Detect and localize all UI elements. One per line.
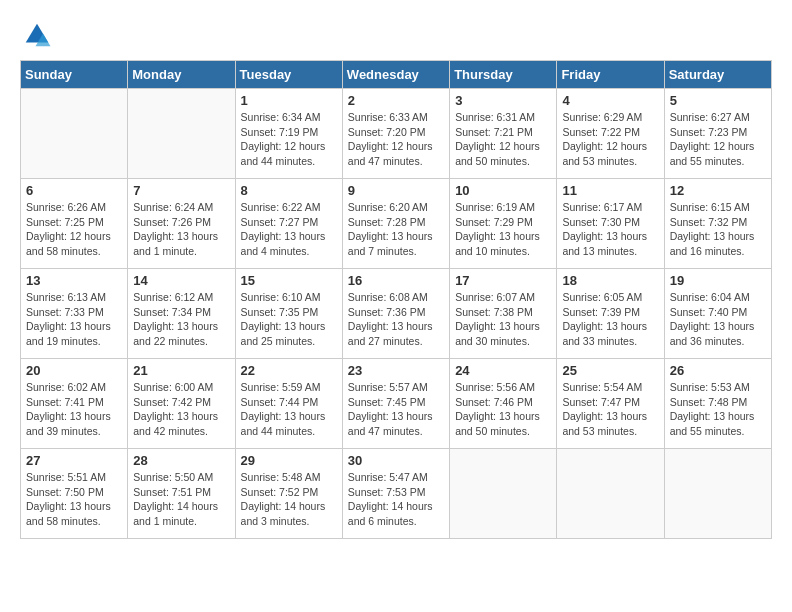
calendar-cell: 26Sunrise: 5:53 AM Sunset: 7:48 PM Dayli… [664,359,771,449]
calendar-week-row: 13Sunrise: 6:13 AM Sunset: 7:33 PM Dayli… [21,269,772,359]
calendar-cell [664,449,771,539]
day-number: 7 [133,183,229,198]
day-info: Sunrise: 6:34 AM Sunset: 7:19 PM Dayligh… [241,110,337,169]
weekday-header-cell: Wednesday [342,61,449,89]
day-number: 14 [133,273,229,288]
calendar-cell: 29Sunrise: 5:48 AM Sunset: 7:52 PM Dayli… [235,449,342,539]
calendar-cell: 10Sunrise: 6:19 AM Sunset: 7:29 PM Dayli… [450,179,557,269]
day-number: 28 [133,453,229,468]
calendar-cell: 25Sunrise: 5:54 AM Sunset: 7:47 PM Dayli… [557,359,664,449]
day-info: Sunrise: 6:26 AM Sunset: 7:25 PM Dayligh… [26,200,122,259]
day-number: 27 [26,453,122,468]
logo-icon [22,20,52,50]
day-number: 21 [133,363,229,378]
calendar-cell [128,89,235,179]
day-info: Sunrise: 5:54 AM Sunset: 7:47 PM Dayligh… [562,380,658,439]
day-number: 19 [670,273,766,288]
calendar-cell: 23Sunrise: 5:57 AM Sunset: 7:45 PM Dayli… [342,359,449,449]
day-info: Sunrise: 5:48 AM Sunset: 7:52 PM Dayligh… [241,470,337,529]
day-info: Sunrise: 6:24 AM Sunset: 7:26 PM Dayligh… [133,200,229,259]
day-info: Sunrise: 6:20 AM Sunset: 7:28 PM Dayligh… [348,200,444,259]
weekday-header-cell: Saturday [664,61,771,89]
calendar-cell: 5Sunrise: 6:27 AM Sunset: 7:23 PM Daylig… [664,89,771,179]
calendar-cell [450,449,557,539]
day-info: Sunrise: 5:47 AM Sunset: 7:53 PM Dayligh… [348,470,444,529]
calendar-cell: 18Sunrise: 6:05 AM Sunset: 7:39 PM Dayli… [557,269,664,359]
calendar-cell: 13Sunrise: 6:13 AM Sunset: 7:33 PM Dayli… [21,269,128,359]
calendar-cell: 27Sunrise: 5:51 AM Sunset: 7:50 PM Dayli… [21,449,128,539]
day-number: 26 [670,363,766,378]
day-number: 23 [348,363,444,378]
day-info: Sunrise: 6:08 AM Sunset: 7:36 PM Dayligh… [348,290,444,349]
day-info: Sunrise: 6:22 AM Sunset: 7:27 PM Dayligh… [241,200,337,259]
calendar-cell: 24Sunrise: 5:56 AM Sunset: 7:46 PM Dayli… [450,359,557,449]
calendar-cell: 9Sunrise: 6:20 AM Sunset: 7:28 PM Daylig… [342,179,449,269]
calendar-cell: 8Sunrise: 6:22 AM Sunset: 7:27 PM Daylig… [235,179,342,269]
weekday-header-cell: Tuesday [235,61,342,89]
day-number: 17 [455,273,551,288]
day-number: 3 [455,93,551,108]
calendar-week-row: 1Sunrise: 6:34 AM Sunset: 7:19 PM Daylig… [21,89,772,179]
calendar-cell [21,89,128,179]
day-info: Sunrise: 6:04 AM Sunset: 7:40 PM Dayligh… [670,290,766,349]
day-info: Sunrise: 6:05 AM Sunset: 7:39 PM Dayligh… [562,290,658,349]
day-info: Sunrise: 6:00 AM Sunset: 7:42 PM Dayligh… [133,380,229,439]
day-info: Sunrise: 6:07 AM Sunset: 7:38 PM Dayligh… [455,290,551,349]
weekday-header-cell: Thursday [450,61,557,89]
day-number: 1 [241,93,337,108]
day-info: Sunrise: 6:31 AM Sunset: 7:21 PM Dayligh… [455,110,551,169]
logo [20,20,52,50]
day-number: 15 [241,273,337,288]
day-info: Sunrise: 6:13 AM Sunset: 7:33 PM Dayligh… [26,290,122,349]
calendar-cell: 7Sunrise: 6:24 AM Sunset: 7:26 PM Daylig… [128,179,235,269]
day-number: 12 [670,183,766,198]
calendar-cell: 15Sunrise: 6:10 AM Sunset: 7:35 PM Dayli… [235,269,342,359]
calendar-cell: 20Sunrise: 6:02 AM Sunset: 7:41 PM Dayli… [21,359,128,449]
calendar-cell: 17Sunrise: 6:07 AM Sunset: 7:38 PM Dayli… [450,269,557,359]
calendar-cell: 30Sunrise: 5:47 AM Sunset: 7:53 PM Dayli… [342,449,449,539]
day-number: 16 [348,273,444,288]
day-info: Sunrise: 6:17 AM Sunset: 7:30 PM Dayligh… [562,200,658,259]
calendar-table: SundayMondayTuesdayWednesdayThursdayFrid… [20,60,772,539]
page-header [20,20,772,50]
day-number: 9 [348,183,444,198]
calendar-cell: 12Sunrise: 6:15 AM Sunset: 7:32 PM Dayli… [664,179,771,269]
day-number: 8 [241,183,337,198]
calendar-cell: 3Sunrise: 6:31 AM Sunset: 7:21 PM Daylig… [450,89,557,179]
calendar-cell: 22Sunrise: 5:59 AM Sunset: 7:44 PM Dayli… [235,359,342,449]
calendar-cell: 14Sunrise: 6:12 AM Sunset: 7:34 PM Dayli… [128,269,235,359]
day-number: 11 [562,183,658,198]
day-info: Sunrise: 5:51 AM Sunset: 7:50 PM Dayligh… [26,470,122,529]
day-info: Sunrise: 6:15 AM Sunset: 7:32 PM Dayligh… [670,200,766,259]
day-info: Sunrise: 5:57 AM Sunset: 7:45 PM Dayligh… [348,380,444,439]
weekday-header-cell: Sunday [21,61,128,89]
day-number: 22 [241,363,337,378]
day-info: Sunrise: 6:29 AM Sunset: 7:22 PM Dayligh… [562,110,658,169]
calendar-cell: 1Sunrise: 6:34 AM Sunset: 7:19 PM Daylig… [235,89,342,179]
day-number: 2 [348,93,444,108]
calendar-body: 1Sunrise: 6:34 AM Sunset: 7:19 PM Daylig… [21,89,772,539]
day-info: Sunrise: 6:19 AM Sunset: 7:29 PM Dayligh… [455,200,551,259]
calendar-cell: 4Sunrise: 6:29 AM Sunset: 7:22 PM Daylig… [557,89,664,179]
day-number: 4 [562,93,658,108]
calendar-week-row: 27Sunrise: 5:51 AM Sunset: 7:50 PM Dayli… [21,449,772,539]
day-info: Sunrise: 6:12 AM Sunset: 7:34 PM Dayligh… [133,290,229,349]
day-info: Sunrise: 6:02 AM Sunset: 7:41 PM Dayligh… [26,380,122,439]
calendar-cell: 6Sunrise: 6:26 AM Sunset: 7:25 PM Daylig… [21,179,128,269]
day-info: Sunrise: 5:59 AM Sunset: 7:44 PM Dayligh… [241,380,337,439]
day-info: Sunrise: 5:50 AM Sunset: 7:51 PM Dayligh… [133,470,229,529]
day-number: 24 [455,363,551,378]
day-info: Sunrise: 6:27 AM Sunset: 7:23 PM Dayligh… [670,110,766,169]
day-info: Sunrise: 5:56 AM Sunset: 7:46 PM Dayligh… [455,380,551,439]
day-info: Sunrise: 6:10 AM Sunset: 7:35 PM Dayligh… [241,290,337,349]
calendar-cell: 16Sunrise: 6:08 AM Sunset: 7:36 PM Dayli… [342,269,449,359]
weekday-header-row: SundayMondayTuesdayWednesdayThursdayFrid… [21,61,772,89]
calendar-week-row: 20Sunrise: 6:02 AM Sunset: 7:41 PM Dayli… [21,359,772,449]
day-info: Sunrise: 5:53 AM Sunset: 7:48 PM Dayligh… [670,380,766,439]
calendar-week-row: 6Sunrise: 6:26 AM Sunset: 7:25 PM Daylig… [21,179,772,269]
day-number: 10 [455,183,551,198]
calendar-cell: 2Sunrise: 6:33 AM Sunset: 7:20 PM Daylig… [342,89,449,179]
day-number: 30 [348,453,444,468]
calendar-cell: 28Sunrise: 5:50 AM Sunset: 7:51 PM Dayli… [128,449,235,539]
day-number: 18 [562,273,658,288]
